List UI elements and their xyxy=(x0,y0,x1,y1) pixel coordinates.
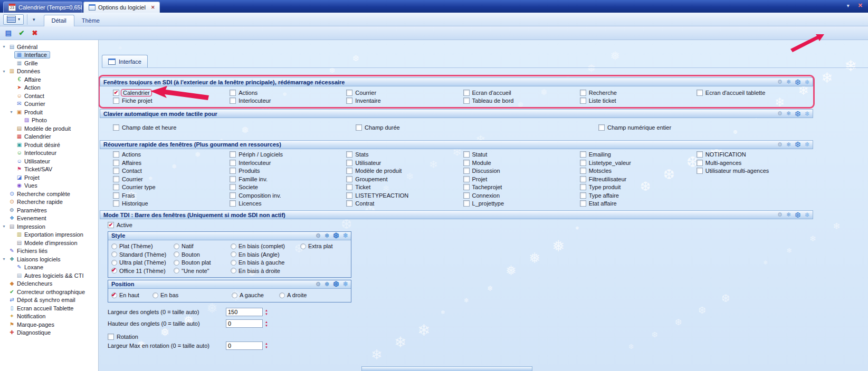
checkbox-box[interactable] xyxy=(230,192,236,199)
radio-circle[interactable] xyxy=(231,251,236,257)
tab-calendrier[interactable]: 23 Calendrier (Temps=0,658... xyxy=(3,2,82,13)
checkbox-box[interactable]: ✔ xyxy=(108,222,114,228)
radio-en-biais-droite[interactable]: En biais à droite xyxy=(231,267,300,275)
sidebar-item-mod-le-de-produit[interactable]: ▤Modèle de produit xyxy=(0,124,98,133)
radio-circle[interactable] xyxy=(174,268,179,274)
spinner-up-icon[interactable]: ▲ xyxy=(265,320,268,324)
radio-bouton[interactable]: Bouton xyxy=(174,250,231,259)
sidebar-item-ticket-sav[interactable]: ⚑Ticket/SAV xyxy=(0,165,98,174)
sidebar-item-donn-es[interactable]: ▾▥Données xyxy=(0,67,98,76)
sidebar-item-interface[interactable]: ▦Interface xyxy=(0,51,98,60)
checkbox-box[interactable]: ✔ xyxy=(113,90,119,96)
radio-une-note[interactable]: "Une note" xyxy=(174,267,231,275)
checkbox-ecran-d-accueil-tablette[interactable]: Ecran d'accueil tablette xyxy=(697,89,813,97)
radio-office-11-th-me[interactable]: ✔Office 11 (Thème) xyxy=(111,267,174,275)
checkbox-filtreutilisateur[interactable]: Filtreutilisateur xyxy=(580,175,697,183)
sidebar-item-projet[interactable]: ◪Projet xyxy=(0,173,98,182)
rotation-max-width-input[interactable] xyxy=(226,341,263,350)
checkbox-courrier[interactable]: Courrier xyxy=(346,89,463,97)
checkbox-frais[interactable]: Frais xyxy=(113,191,230,200)
checkbox-groupement[interactable]: Groupement xyxy=(346,175,463,183)
checkbox-box[interactable] xyxy=(463,90,470,96)
checkbox-type-affaire[interactable]: Type affaire xyxy=(580,191,697,200)
checkbox-actions[interactable]: Actions xyxy=(113,151,230,159)
checkbox-multi-agences[interactable]: Multi-agences xyxy=(697,159,813,167)
radio-circle[interactable] xyxy=(231,260,236,266)
spinner-down-icon[interactable]: ▼ xyxy=(265,346,268,349)
checkbox-calendrier[interactable]: ✔Calendrier xyxy=(113,89,230,97)
sidebar-item-marque-pages[interactable]: ⚑Marque-pages xyxy=(0,320,98,329)
checkbox-box[interactable] xyxy=(697,151,703,158)
checkbox-box[interactable] xyxy=(580,168,586,174)
sidebar-item-contact[interactable]: ☺Contact xyxy=(0,92,98,100)
checkbox-box[interactable] xyxy=(346,160,352,166)
checkbox-box[interactable] xyxy=(230,151,236,158)
checkbox-box[interactable] xyxy=(580,184,586,190)
radio-circle[interactable] xyxy=(174,243,179,249)
checkbox-box[interactable] xyxy=(346,200,352,207)
ribbon-tab-th-me[interactable]: Thème xyxy=(74,15,107,26)
checkbox-box[interactable] xyxy=(230,90,236,96)
checkbox-box[interactable] xyxy=(356,124,362,131)
radio-en-biais-angle[interactable]: En biais (Angle) xyxy=(231,250,300,259)
expander-icon[interactable]: ▾ xyxy=(1,69,7,74)
spinner-down-icon[interactable]: ▼ xyxy=(265,324,268,327)
checkbox-box[interactable] xyxy=(463,192,470,199)
checkbox-statut[interactable]: Statut xyxy=(463,151,580,159)
radio-en-bas[interactable]: En bas xyxy=(152,291,232,300)
sidebar-item-d-pot-synchro-email[interactable]: ⇄Dépot & synchro email xyxy=(0,296,98,305)
checkbox-box[interactable] xyxy=(346,168,352,174)
radio-plat-th-me[interactable]: Plat (Thème) xyxy=(111,242,174,251)
sidebar-item-affaire[interactable]: €Affaire xyxy=(0,75,98,84)
checkbox-fiche-projet[interactable]: Fiche projet xyxy=(113,97,230,105)
radio-circle[interactable]: ✔ xyxy=(111,268,117,274)
sidebar-item-grille[interactable]: ▦Grille xyxy=(0,59,98,67)
checkbox-affaires[interactable]: Affaires xyxy=(113,159,230,167)
sidebar-item-photo[interactable]: ▨Photo xyxy=(0,116,98,125)
sidebar-item-diagnostique[interactable]: ✚Diagnostique xyxy=(0,329,98,337)
checkbox-box[interactable] xyxy=(113,176,119,182)
checkbox-active[interactable]: ✔ Active xyxy=(108,221,813,229)
radio-circle[interactable]: ✔ xyxy=(111,292,117,298)
checkbox-box[interactable] xyxy=(463,151,470,158)
checkbox-rotation[interactable]: Rotation xyxy=(108,333,813,341)
sidebar-item-interlocuteur[interactable]: ☺Interlocuteur xyxy=(0,149,98,158)
sidebar-item-liaisons-logiciels[interactable]: ▾❖Liaisons logiciels xyxy=(0,255,98,263)
sidebar-item-modele-d-impression[interactable]: ▤Modele d'impression xyxy=(0,239,98,247)
checkbox-contact[interactable]: Contact xyxy=(113,167,230,175)
checkbox-box[interactable] xyxy=(230,200,236,207)
radio-circle[interactable] xyxy=(231,268,236,274)
sidebar-item-loxane[interactable]: ✎Loxane xyxy=(0,263,98,272)
sidebar-item-param-tres[interactable]: ⚙Paramètres xyxy=(0,206,98,214)
sidebar-item-recherche-rapide[interactable]: ⊙Recherche rapide xyxy=(0,198,98,207)
checkbox-motscles[interactable]: Motscles xyxy=(580,167,697,175)
checkbox-stats[interactable]: Stats xyxy=(346,151,463,159)
radio-en-biais-complet[interactable]: En biais (complet) xyxy=(231,242,300,251)
tab-options-du-logiciel[interactable]: Options du logiciel ✕ xyxy=(83,2,160,13)
checkbox-box[interactable] xyxy=(230,168,236,174)
checkbox-box[interactable] xyxy=(697,168,703,174)
checkbox-box[interactable] xyxy=(346,184,352,190)
checkbox-box[interactable] xyxy=(580,90,586,96)
sidebar-item-evenement[interactable]: ❖Evenement xyxy=(0,214,98,223)
checkbox-box[interactable] xyxy=(463,184,470,190)
ribbon-tab-d-tail[interactable]: Détail xyxy=(44,15,74,26)
checkbox-ecran-d-accueil[interactable]: Ecran d'accueil xyxy=(463,89,580,97)
checkbox-mod-le-de-produit[interactable]: Modèle de produit xyxy=(346,167,463,175)
spinner-up-icon[interactable]: ▲ xyxy=(265,309,268,312)
radio-en-haut[interactable]: ✔En haut xyxy=(111,291,152,300)
checkbox-box[interactable] xyxy=(463,97,470,104)
radio-circle[interactable] xyxy=(111,251,117,257)
checkbox-interlocuteur[interactable]: Interlocuteur xyxy=(230,159,346,167)
checkbox-box[interactable] xyxy=(230,176,236,182)
checkbox-connexion[interactable]: Connexion xyxy=(463,191,580,200)
sidebar-item-calendrier[interactable]: ▦Calendrier xyxy=(0,133,98,141)
checkbox-box[interactable] xyxy=(230,160,236,166)
checkbox-projet[interactable]: Projet xyxy=(463,175,580,183)
checkbox-box[interactable] xyxy=(346,176,352,182)
checkbox-tacheprojet[interactable]: Tacheprojet xyxy=(463,183,580,192)
sidebar-item-utilisateur[interactable]: ☺Utilisateur xyxy=(0,157,98,165)
sidebar-item-recherche-compl-te[interactable]: ⊙Recherche complète xyxy=(0,190,98,198)
checkbox-box[interactable] xyxy=(580,176,586,182)
checkbox-box[interactable] xyxy=(230,184,236,190)
